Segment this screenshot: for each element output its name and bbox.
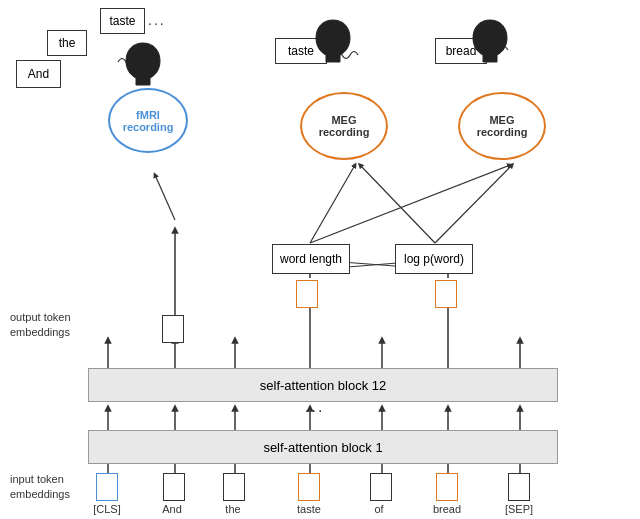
fmri-head [118,35,168,90]
word-length-label: word length [280,252,342,266]
token-label-the: the [218,503,248,515]
svg-text:···: ··· [148,15,166,31]
svg-line-28 [360,165,435,243]
word-block-the: the [47,30,87,56]
input-embed-sep [508,473,530,501]
self-attention-12-label: self-attention block 12 [260,378,386,393]
meg-oval-2: MEGrecording [458,92,546,160]
log-p-word-label: log p(word) [404,252,464,266]
word-length-box: word length [272,244,350,274]
word-taste-top-label: taste [109,14,135,28]
meg-oval-1: MEGrecording [300,92,388,160]
meg-head-2 [465,12,515,67]
middle-dots: ... [305,398,324,416]
input-embed-and [163,473,185,501]
token-label-sep: [SEP] [498,503,540,515]
self-attention-block-1: self-attention block 1 [88,430,558,464]
word-block-and: And [16,60,61,88]
input-embed-bread [436,473,458,501]
token-label-of: of [367,503,391,515]
input-embed-of [370,473,392,501]
token-label-bread: bread [428,503,466,515]
meg-label-2: MEGrecording [477,114,528,138]
self-attention-block-12: self-attention block 12 [88,368,558,402]
word-the-label: the [59,36,76,50]
fmri-oval: fMRIrecording [108,88,188,153]
input-embed-cls [96,473,118,501]
token-label-and: And [157,503,187,515]
word-and-label: And [28,67,49,81]
svg-line-30 [155,175,175,220]
token-label-cls: [CLS] [86,503,128,515]
word-block-taste-top: taste [100,8,145,34]
svg-line-27 [310,165,510,243]
fmri-label: fMRIrecording [123,109,174,133]
output-embed-bread [435,280,457,308]
log-p-word-box: log p(word) [395,244,473,274]
meg-label-1: MEGrecording [319,114,370,138]
meg-head-1 [308,12,358,67]
svg-line-26 [310,165,355,243]
output-embed-taste [296,280,318,308]
self-attention-1-label: self-attention block 1 [263,440,382,455]
output-embed-and [162,315,184,343]
input-embed-taste [298,473,320,501]
token-label-taste: taste [290,503,328,515]
svg-line-29 [435,165,512,243]
diagram: ··· And the taste fMRIrecording taste br… [0,0,640,519]
input-token-embeddings-label: input token embeddings [10,472,100,503]
input-embed-the [223,473,245,501]
output-token-embeddings-label: output token embeddings [10,310,100,341]
